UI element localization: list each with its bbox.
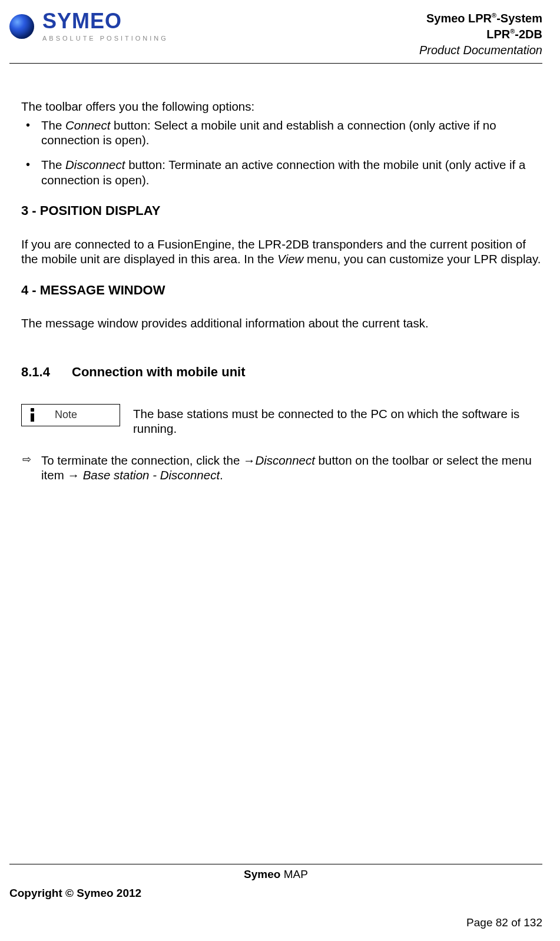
list-item: The Disconnect button: Terminate an acti…	[21, 157, 542, 187]
section-4-heading: 4 - MESSAGE WINDOW	[21, 282, 542, 299]
toolbar-options-list: The Connect button: Select a mobile unit…	[21, 118, 542, 188]
em-text: Base station - Disconnect	[83, 468, 220, 482]
text: menu, you can customize your LPR display…	[303, 252, 541, 266]
logo-word: SYMEO	[42, 11, 168, 32]
note-box: Note	[21, 404, 120, 426]
footer-divider	[9, 864, 542, 864]
em-text: View	[277, 252, 303, 266]
footer-page-number: Page 82 of 132	[9, 916, 542, 929]
page-body: The toolbar offers you the following opt…	[9, 64, 542, 864]
document-title: Symeo LPR®-System LPR®-2DB Product Docum…	[419, 11, 542, 58]
subsection-heading: 8.1.4Connection with mobile unit	[21, 364, 542, 380]
subsection-title: Connection with mobile unit	[72, 365, 246, 379]
document-page: SYMEO ABSOLUTE POSITIONING Symeo LPR®-Sy…	[0, 0, 560, 941]
reg-mark-icon: ®	[492, 12, 496, 19]
logo-tagline: ABSOLUTE POSITIONING	[42, 35, 168, 42]
logo-text: SYMEO ABSOLUTE POSITIONING	[42, 11, 168, 42]
title-line2-a: LPR	[486, 28, 510, 41]
footer-product: MAP	[280, 868, 307, 880]
info-icon	[26, 407, 38, 423]
subsection-number: 8.1.4	[21, 364, 72, 380]
footer-copyright: Copyright © Symeo 2012	[9, 887, 542, 900]
note-block: Note The base stations must be connected…	[21, 404, 542, 436]
title-line2-b: -2DB	[515, 28, 542, 41]
page-footer: Symeo MAP Copyright © Symeo 2012 Page 82…	[9, 864, 542, 929]
list-item: The Connect button: Select a mobile unit…	[21, 118, 542, 148]
title-line1-a: Symeo LPR	[426, 12, 492, 25]
text: To terminate the connection, click the →	[41, 453, 256, 467]
section-3-heading: 3 - POSITION DISPLAY	[21, 203, 542, 219]
logo-sphere-icon	[9, 14, 34, 39]
page-header: SYMEO ABSOLUTE POSITIONING Symeo LPR®-Sy…	[9, 11, 542, 58]
text: The	[41, 158, 65, 171]
logo: SYMEO ABSOLUTE POSITIONING	[9, 11, 168, 42]
instruction-item: To terminate the connection, click the →…	[21, 453, 542, 483]
em-text: Disconnect	[65, 158, 125, 171]
intro-text: The toolbar offers you the following opt…	[21, 99, 542, 114]
text: The	[41, 118, 65, 132]
title-line3: Product Documentation	[419, 42, 542, 58]
footer-brand: Symeo	[244, 868, 280, 880]
footer-center: Symeo MAP	[9, 868, 542, 881]
em-text: Disconnect	[256, 453, 315, 467]
section-4-text: The message window provides additional i…	[21, 316, 542, 331]
section-3-text: If you are connected to a FusionEngine, …	[21, 237, 542, 267]
em-text: Connect	[65, 118, 110, 132]
note-label: Note	[55, 408, 77, 422]
text: .	[220, 468, 223, 482]
title-line1-b: -System	[496, 12, 542, 25]
note-text: The base stations must be connected to t…	[133, 404, 542, 436]
